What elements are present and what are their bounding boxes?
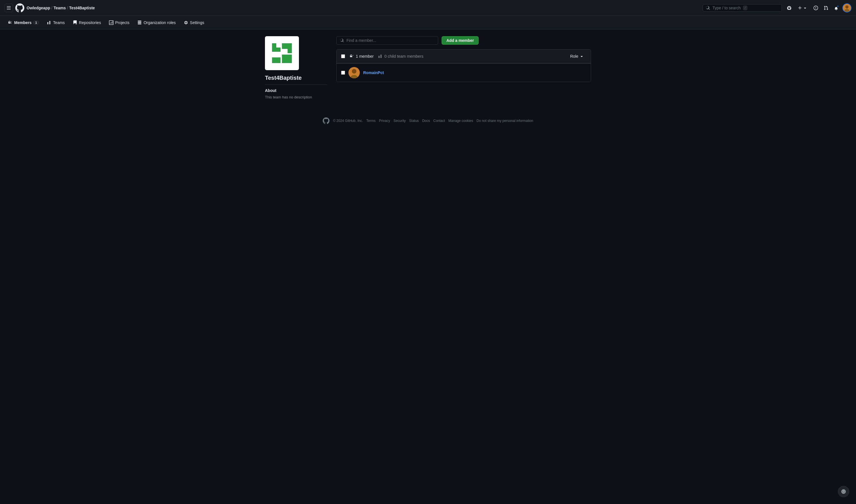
search-icon [706, 6, 710, 10]
team-left-panel: Test4Baptiste About This team has no des… [265, 36, 327, 99]
table-row: RomainPct [336, 64, 591, 82]
footer-contact[interactable]: Contact [433, 119, 445, 123]
nav-org-roles-label: Organization roles [143, 20, 176, 25]
svg-rect-10 [272, 57, 281, 63]
nav-repositories-label: Repositories [79, 20, 101, 25]
add-member-button[interactable]: Add a member [441, 36, 479, 45]
nav-projects[interactable]: Projects [106, 18, 133, 27]
role-chevron-icon [579, 54, 584, 58]
team-right-panel: Add a member 1 member [336, 36, 591, 99]
github-footer-logo-icon [323, 118, 330, 124]
settings-nav-icon [184, 20, 188, 25]
teams-nav-icon [47, 20, 52, 25]
table-header: 1 member 0 child team members Role [336, 50, 591, 64]
pull-request-icon [824, 6, 828, 10]
role-filter-button[interactable]: Role [568, 53, 586, 60]
issues-button[interactable] [812, 4, 820, 12]
member-avatar-image [348, 67, 360, 78]
create-button[interactable] [796, 4, 809, 12]
footer-status[interactable]: Status [409, 119, 419, 123]
child-team-icon [378, 54, 383, 58]
nav-teams-label: Teams [53, 20, 65, 25]
table-header-info: 1 member 0 child team members [350, 54, 563, 58]
svg-point-1 [845, 5, 849, 8]
nav-repositories[interactable]: Repositories [69, 18, 104, 27]
team-avatar-image [269, 40, 295, 66]
breadcrumb-org[interactable]: Owledgeapp [27, 6, 50, 10]
team-name: Test4Baptiste [265, 75, 327, 81]
find-member-row: Add a member [336, 36, 591, 45]
svg-rect-9 [282, 49, 287, 53]
breadcrumb-sep-1: / [51, 6, 52, 10]
cookie-icon [841, 489, 846, 494]
member-count-icon [350, 54, 354, 58]
members-nav-icon [8, 20, 13, 25]
repositories-nav-icon [73, 20, 77, 25]
find-member-search-icon [340, 38, 344, 43]
footer-inner: © 2024 GitHub, Inc. Terms Privacy Securi… [323, 118, 533, 124]
nav-teams[interactable]: Teams [43, 18, 68, 27]
search-bar[interactable]: Type / to search / [703, 4, 782, 12]
breadcrumb-sep-2: / [67, 6, 68, 10]
github-logo-icon[interactable] [15, 3, 24, 13]
about-heading: About [265, 88, 327, 93]
hamburger-button[interactable] [4, 4, 13, 12]
team-avatar [265, 36, 299, 70]
member-checkbox[interactable] [341, 71, 345, 75]
copilot-icon [787, 6, 791, 10]
member-username-link[interactable]: RomainPct [363, 70, 384, 75]
svg-point-13 [352, 69, 356, 74]
members-table: 1 member 0 child team members Role [336, 49, 591, 82]
member-avatar [348, 67, 360, 78]
footer-security[interactable]: Security [394, 119, 406, 123]
top-navigation: Owledgeapp / Teams / Test4Baptiste Type … [0, 0, 856, 16]
cookie-preferences-button[interactable] [838, 486, 849, 497]
member-count-label: 1 member [356, 54, 374, 58]
child-team-label: 0 child team members [384, 54, 423, 58]
notifications-button[interactable] [832, 4, 840, 12]
org-navigation: Members 1 Teams Repositories Projects Or… [0, 16, 856, 30]
nav-projects-label: Projects [115, 20, 130, 25]
footer-privacy[interactable]: Privacy [379, 119, 390, 123]
find-member-input[interactable] [347, 38, 435, 43]
nav-settings[interactable]: Settings [180, 18, 208, 27]
copilot-button[interactable] [785, 4, 793, 12]
avatar-image [843, 3, 851, 13]
pullrequest-button[interactable] [822, 4, 830, 12]
members-badge: 1 [33, 21, 39, 24]
nav-settings-label: Settings [190, 20, 204, 25]
child-team-info: 0 child team members [378, 54, 423, 58]
main-content: Test4Baptiste About This team has no des… [258, 30, 598, 106]
search-placeholder-text: Type / to search [713, 6, 741, 10]
breadcrumb-current: Test4Baptiste [69, 6, 95, 10]
nav-org-roles[interactable]: Organization roles [134, 18, 179, 27]
about-text: This team has no description [265, 95, 327, 99]
footer-do-not-share[interactable]: Do not share my personal information [476, 119, 533, 123]
svg-rect-11 [274, 53, 279, 57]
role-label: Role [570, 54, 578, 58]
notification-dot [837, 5, 839, 7]
footer-terms[interactable]: Terms [366, 119, 375, 123]
org-roles-nav-icon [137, 20, 142, 25]
projects-nav-icon [109, 20, 113, 25]
nav-members-label: Members [14, 20, 31, 25]
find-member-input-container[interactable] [336, 36, 438, 45]
page-footer: © 2024 GitHub, Inc. Terms Privacy Securi… [0, 106, 856, 131]
breadcrumb: Owledgeapp / Teams / Test4Baptiste [27, 6, 95, 10]
svg-rect-8 [276, 43, 281, 48]
nav-members[interactable]: Members 1 [4, 18, 42, 27]
footer-manage-cookies[interactable]: Manage cookies [448, 119, 473, 123]
select-all-checkbox[interactable] [341, 54, 345, 58]
member-count-info: 1 member [350, 54, 374, 58]
topnav-right [785, 3, 852, 13]
avatar[interactable] [842, 3, 852, 13]
plus-icon [798, 6, 802, 10]
search-kbd-hint: / [743, 6, 747, 10]
footer-docs[interactable]: Docs [422, 119, 430, 123]
topnav-left: Owledgeapp / Teams / Test4Baptiste [4, 3, 699, 13]
chevron-down-icon [803, 6, 807, 10]
issues-icon [814, 6, 818, 10]
svg-rect-7 [282, 55, 292, 63]
breadcrumb-teams[interactable]: Teams [53, 6, 66, 10]
footer-copyright: © 2024 GitHub, Inc. [333, 119, 363, 123]
